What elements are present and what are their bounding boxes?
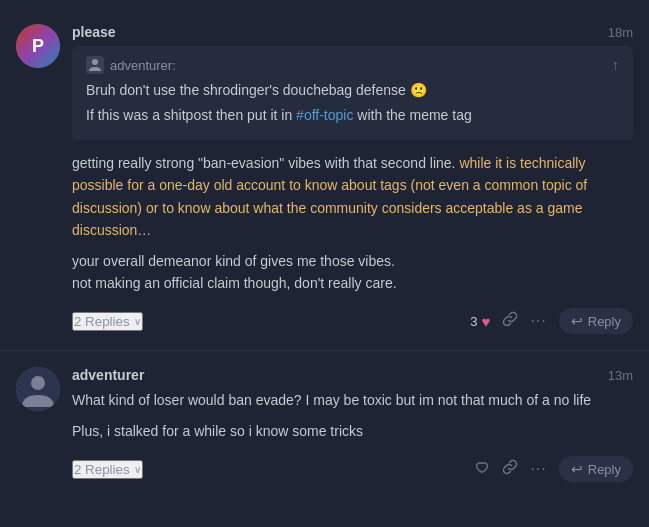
- quote-text: Bruh don't use the shrodinger's doucheba…: [86, 80, 619, 126]
- reply-arrow-icon: ↩: [571, 313, 583, 329]
- reply-button-please[interactable]: ↩ Reply: [559, 308, 633, 334]
- replies-count-please: 2 Replies: [74, 314, 130, 329]
- avatar-image-please: P: [16, 24, 60, 68]
- quote-line-1: Bruh don't use the shrodinger's doucheba…: [86, 80, 619, 101]
- reply-button-adventurer[interactable]: ↩ Reply: [559, 456, 633, 482]
- svg-point-5: [31, 376, 45, 390]
- replies-count-adventurer: 2 Replies: [74, 462, 130, 477]
- avatar-adventurer: [16, 367, 60, 411]
- replies-button-adventurer[interactable]: 2 Replies ∨: [72, 460, 143, 479]
- post-adventurer: adventurer 13m What kind of loser would …: [0, 355, 649, 494]
- body-adv-para-1: What kind of loser would ban evade? I ma…: [72, 389, 633, 411]
- actions-right-adventurer: ··· ↩ Reply: [474, 456, 633, 482]
- like-button-please[interactable]: 3 ♥: [470, 313, 490, 330]
- reply-label-adventurer: Reply: [588, 462, 621, 477]
- quote-line-2: If this was a shitpost then put it in #o…: [86, 105, 619, 126]
- more-icon-adventurer[interactable]: ···: [530, 460, 546, 478]
- highlight-phrase: while it is technically possible for a o…: [72, 155, 587, 238]
- quote-block: adventurer: ↑ Bruh don't use the shrodin…: [72, 46, 633, 140]
- quote-avatar-small: [86, 56, 104, 74]
- svg-point-3: [92, 59, 98, 65]
- heart-icon: ♥: [482, 313, 491, 330]
- heart-icon-adv[interactable]: [474, 459, 490, 479]
- link-icon-adventurer[interactable]: [502, 459, 518, 479]
- timestamp-please: 18m: [608, 25, 633, 40]
- hashtag-off-topic: #off-topic: [296, 107, 353, 123]
- post-please-actions: 2 Replies ∨ 3 ♥ ··· ↩ Reply: [72, 308, 633, 334]
- quote-header: adventurer: ↑: [86, 56, 619, 74]
- post-please-header: please 18m: [72, 24, 633, 40]
- actions-right-please: 3 ♥ ··· ↩ Reply: [470, 308, 633, 334]
- reply-arrow-icon-adv: ↩: [571, 461, 583, 477]
- link-icon-please[interactable]: [502, 311, 518, 331]
- quote-author: adventurer:: [86, 56, 176, 74]
- post-please: P please 18m adventurer:: [0, 12, 649, 346]
- body-para-2: your overall demeanor kind of gives me t…: [72, 250, 633, 295]
- post-please-content: please 18m adventurer: ↑: [72, 24, 633, 334]
- reply-label-please: Reply: [588, 314, 621, 329]
- post-divider: [0, 350, 649, 351]
- body-adv-para-2: Plus, i stalked for a while so i know so…: [72, 420, 633, 442]
- post-please-body: getting really strong "ban-evasion" vibe…: [72, 152, 633, 294]
- post-adventurer-body: What kind of loser would ban evade? I ma…: [72, 389, 633, 442]
- body-para-1: getting really strong "ban-evasion" vibe…: [72, 152, 633, 242]
- like-count-please: 3: [470, 314, 477, 329]
- svg-text:P: P: [32, 36, 44, 56]
- chevron-down-icon-adv: ∨: [134, 464, 141, 475]
- quote-author-name: adventurer:: [110, 58, 176, 73]
- avatar-image-adventurer: [16, 367, 60, 411]
- username-adventurer: adventurer: [72, 367, 144, 383]
- post-adventurer-content: adventurer 13m What kind of loser would …: [72, 367, 633, 482]
- post-adventurer-actions: 2 Replies ∨ ··· ↩ Repl: [72, 456, 633, 482]
- username-please: please: [72, 24, 116, 40]
- quote-up-arrow-icon[interactable]: ↑: [612, 57, 619, 73]
- replies-button-please[interactable]: 2 Replies ∨: [72, 312, 143, 331]
- timestamp-adventurer: 13m: [608, 368, 633, 383]
- post-adventurer-header: adventurer 13m: [72, 367, 633, 383]
- chevron-down-icon: ∨: [134, 316, 141, 327]
- more-icon-please[interactable]: ···: [530, 312, 546, 330]
- avatar-please: P: [16, 24, 60, 68]
